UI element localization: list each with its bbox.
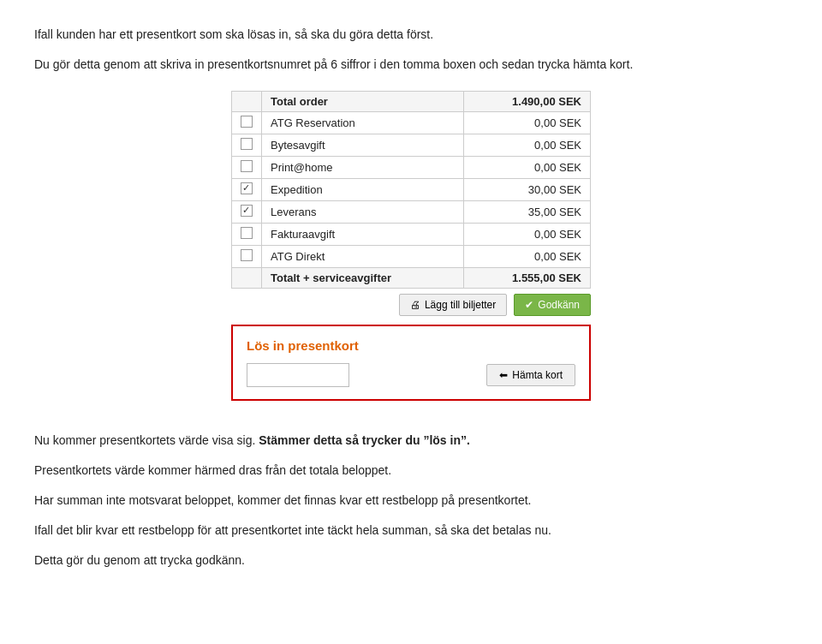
gift-card-input-row: ⬅ Hämta kort	[247, 363, 575, 387]
approve-button[interactable]: ✔ Godkänn	[514, 294, 591, 316]
row-label: ATG Reservation	[262, 112, 464, 134]
row-checkbox-cell	[232, 112, 262, 134]
row-amount: 0,00 SEK	[463, 246, 590, 268]
paragraph-6-text: Har summan inte motsvarat beloppet, komm…	[34, 493, 532, 507]
checkbox-icon	[241, 227, 253, 239]
paragraph-8-text: Detta gör du genom att trycka godkänn.	[34, 553, 245, 567]
row-checkbox-cell	[232, 201, 262, 224]
row-amount: 0,00 SEK	[463, 224, 590, 246]
row-checkbox-cell	[232, 134, 262, 157]
add-tickets-label: Lägg till biljetter	[425, 299, 496, 311]
paragraph-5-text: Presentkortets värde kommer härmed dras …	[34, 463, 391, 477]
order-table-wrapper: Total order 1.490,00 SEK ATG Reservation…	[34, 91, 788, 416]
arrow-icon: ⬅	[499, 369, 508, 381]
table-row: Leverans35,00 SEK	[232, 201, 591, 224]
paragraph-7: Ifall det blir kvar ett restbelopp för a…	[34, 522, 788, 540]
action-buttons-row: 🖨 Lägg till biljetter ✔ Godkänn	[231, 294, 591, 316]
table-row: Bytesavgift0,00 SEK	[232, 134, 591, 157]
fetch-card-label: Hämta kort	[512, 369, 563, 381]
checkbox-icon	[241, 205, 253, 217]
row-checkbox-cell	[232, 246, 262, 268]
table-row: Print@home0,00 SEK	[232, 157, 591, 179]
table-footer-row: Totalt + serviceavgifter 1.555,00 SEK	[232, 268, 591, 289]
paragraph-6: Har summan inte motsvarat beloppet, komm…	[34, 492, 788, 510]
footer-label: Totalt + serviceavgifter	[262, 268, 464, 289]
paragraph-3-text: Nu kommer presentkortets värde visa sig.	[34, 433, 255, 447]
table-row: Fakturaavgift0,00 SEK	[232, 224, 591, 246]
row-amount: 35,00 SEK	[463, 201, 590, 224]
row-label: ATG Direkt	[262, 246, 464, 268]
check-icon: ✔	[525, 299, 533, 311]
paragraph-2-text: Du gör detta genom att skriva in present…	[34, 57, 633, 71]
checkbox-icon	[241, 182, 253, 194]
footer-amount: 1.555,00 SEK	[463, 268, 590, 289]
row-label: Leverans	[262, 201, 464, 224]
row-label: Print@home	[262, 157, 464, 179]
table-row: Expedition30,00 SEK	[232, 179, 591, 201]
paragraph-1-text: Ifall kunden har ett presentkort som ska…	[34, 27, 433, 41]
checkbox-icon	[241, 160, 253, 172]
row-checkbox-cell	[232, 179, 262, 201]
row-checkbox-cell	[232, 224, 262, 246]
fetch-card-button[interactable]: ⬅ Hämta kort	[486, 364, 575, 386]
paragraph-1: Ifall kunden har ett presentkort som ska…	[34, 26, 788, 44]
row-label: Fakturaavgift	[262, 224, 464, 246]
header-label: Total order	[262, 92, 464, 112]
row-amount: 30,00 SEK	[463, 179, 590, 201]
printer-icon: 🖨	[410, 299, 420, 311]
row-amount: 0,00 SEK	[463, 134, 590, 157]
checkbox-icon	[241, 138, 253, 150]
order-table: Total order 1.490,00 SEK ATG Reservation…	[231, 91, 591, 289]
header-checkbox-cell	[232, 92, 262, 112]
paragraph-3: Nu kommer presentkortets värde visa sig.…	[34, 432, 788, 450]
row-label: Expedition	[262, 179, 464, 201]
header-amount: 1.490,00 SEK	[463, 92, 590, 112]
table-row: ATG Direkt0,00 SEK	[232, 246, 591, 268]
row-amount: 0,00 SEK	[463, 112, 590, 134]
paragraph-2: Du gör detta genom att skriva in present…	[34, 56, 788, 74]
table-header-row: Total order 1.490,00 SEK	[232, 92, 591, 112]
gift-card-input[interactable]	[247, 363, 349, 387]
paragraph-5: Presentkortets värde kommer härmed dras …	[34, 462, 788, 480]
paragraph-4-text: Stämmer detta så trycker du ”lös in”.	[259, 433, 470, 447]
table-row: ATG Reservation0,00 SEK	[232, 112, 591, 134]
gift-card-title: Lös in presentkort	[247, 338, 575, 353]
checkbox-icon	[241, 249, 253, 261]
paragraph-7-text: Ifall det blir kvar ett restbelopp för a…	[34, 523, 551, 537]
checkbox-icon	[241, 116, 253, 128]
row-checkbox-cell	[232, 157, 262, 179]
row-amount: 0,00 SEK	[463, 157, 590, 179]
footer-checkbox-cell	[232, 268, 262, 289]
row-label: Bytesavgift	[262, 134, 464, 157]
gift-card-box: Lös in presentkort ⬅ Hämta kort	[231, 325, 591, 401]
paragraph-8: Detta gör du genom att trycka godkänn.	[34, 552, 788, 569]
approve-label: Godkänn	[538, 299, 580, 311]
add-tickets-button[interactable]: 🖨 Lägg till biljetter	[399, 294, 507, 316]
